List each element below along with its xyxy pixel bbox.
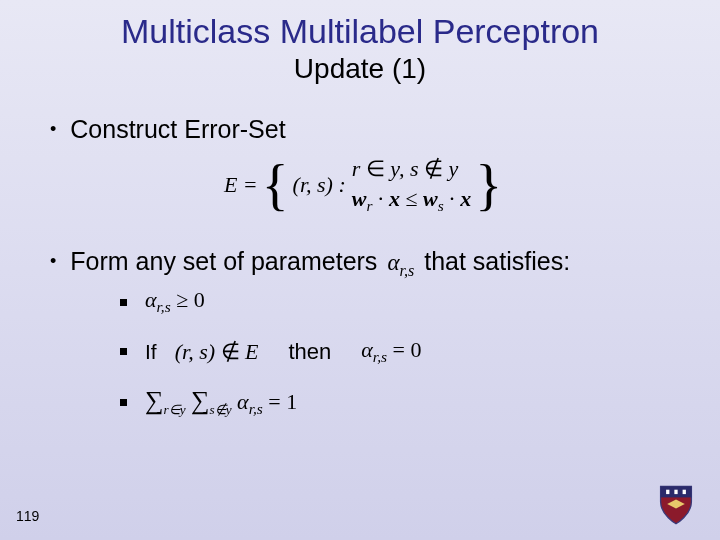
bullet-dot-icon: • [50, 251, 56, 272]
cond-membership: r ∈ y, s ∉ y [352, 154, 471, 184]
sub-bullet-nonneg: αr,s ≥ 0 [120, 287, 680, 316]
square-bullet-icon [120, 399, 127, 406]
bullet-construct-error-set: • Construct Error-Set [50, 115, 680, 144]
cond-weight: wr · x ≤ ws · x [352, 184, 471, 217]
alpha-symbol: αr,s [387, 250, 414, 280]
sub-bullet-if-then: If (r, s) ∉ E then αr,s = 0 [120, 337, 680, 366]
bullet1-text: Construct Error-Set [70, 115, 285, 144]
sub-bullet-sum: ∑r∈y ∑s∉y αr,s = 1 [120, 386, 680, 418]
alpha-nonneg: αr,s ≥ 0 [145, 287, 205, 316]
if-label: If [145, 340, 157, 364]
left-brace-icon: { [258, 159, 293, 211]
pair-notin-E: (r, s) ∉ E [175, 339, 259, 365]
penn-shield-icon [654, 482, 698, 526]
sub-bullets: αr,s ≥ 0 If (r, s) ∉ E then αr,s = 0 ∑r∈… [120, 287, 680, 418]
page-number: 119 [16, 508, 39, 524]
content-area: • Construct Error-Set E = { (r, s) : r ∈… [0, 85, 720, 419]
brace-inner: (r, s) : r ∈ y, s ∉ y wr · x ≤ ws · x [293, 154, 472, 217]
svg-rect-1 [674, 490, 677, 494]
error-set-lhs: E = [224, 172, 258, 198]
bullet-form-parameters: • Form any set of parameters αr,s that s… [50, 247, 680, 280]
sum-equals-one: ∑r∈y ∑s∉y αr,s = 1 [145, 386, 297, 418]
error-set-formula: E = { (r, s) : r ∈ y, s ∉ y wr · x ≤ ws … [50, 154, 680, 217]
right-brace-icon: } [471, 159, 506, 211]
square-bullet-icon [120, 299, 127, 306]
then-label: then [288, 339, 331, 365]
alpha-zero: αr,s = 0 [361, 337, 421, 366]
bullet2-pre: Form any set of parameters [70, 247, 377, 276]
slide-subtitle: Update (1) [0, 51, 720, 85]
brace-box: { (r, s) : r ∈ y, s ∉ y wr · x ≤ ws · x … [258, 154, 506, 217]
svg-rect-0 [666, 490, 669, 494]
bullet-dot-icon: • [50, 119, 56, 140]
svg-rect-2 [683, 490, 686, 494]
pair-rs: (r, s) : [293, 172, 346, 198]
condition-stack: r ∈ y, s ∉ y wr · x ≤ ws · x [352, 154, 471, 217]
bullet2-post: that satisfies: [424, 247, 570, 276]
square-bullet-icon [120, 348, 127, 355]
slide-title: Multiclass Multilabel Perceptron [0, 0, 720, 51]
